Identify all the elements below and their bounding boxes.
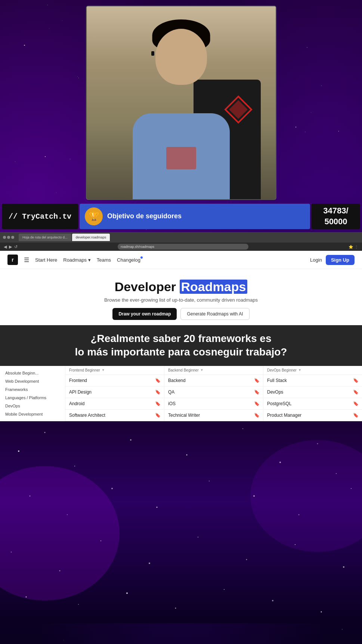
target-count: 50000 — [323, 216, 348, 227]
filter-frameworks[interactable]: Frameworks — [0, 385, 65, 394]
nav-links: Start Here Roadmaps ▾ Teams Changelog — [35, 257, 304, 263]
brand-badge: // TryCatch.tv — [2, 204, 78, 229]
svg-point-21 — [11, 552, 12, 552]
signup-button[interactable]: Sign Up — [326, 255, 355, 265]
svg-point-32 — [175, 607, 176, 608]
browser-tabs: Hoja de ruta del arquitecto d... develop… — [19, 234, 110, 241]
site-nav: r ☰ Start Here Roadmaps ▾ Teams Changelo… — [0, 251, 362, 269]
bookmark-icon[interactable]: 🔖 — [353, 401, 358, 407]
follower-label: Objetivo de seguidores — [107, 212, 182, 221]
svg-point-35 — [321, 611, 322, 612]
svg-point-13 — [111, 488, 113, 489]
roadmap-item-software-architect[interactable]: Software Architect 🔖 — [65, 410, 164, 421]
brand-text: // TryCatch.tv — [9, 212, 71, 221]
sidebar-filters: Absolute Beginn... Web Development Frame… — [0, 366, 65, 421]
svg-point-31 — [126, 592, 128, 594]
nav-teams[interactable]: Teams — [97, 257, 111, 263]
svg-point-6 — [186, 454, 188, 455]
filter-languages[interactable]: Languages / Platforms — [0, 394, 65, 402]
svg-point-4 — [74, 466, 75, 466]
svg-point-29 — [26, 596, 27, 597]
bookmark-icon[interactable]: 🔖 — [254, 378, 259, 383]
svg-point-19 — [0, 466, 120, 601]
nav-actions: Login Sign Up — [310, 255, 355, 265]
window-dot — [3, 236, 6, 239]
overlay-question: ¿Realmente saber 20 frameworks eslo más … — [0, 325, 362, 366]
draw-roadmap-button[interactable]: Draw your own roadmap — [112, 308, 177, 320]
roadmap-item-product-manager[interactable]: Product Manager 🔖 — [263, 410, 362, 421]
filter-devops[interactable]: DevOps — [0, 402, 65, 410]
hero-section: Developer Roadmaps Browse the ever-growi… — [0, 269, 362, 325]
bookmark-icon[interactable]: 🔖 — [353, 389, 358, 395]
filter-mobile[interactable]: Mobile Development — [0, 410, 65, 418]
roadmap-item[interactable]: Frontend 🔖 — [65, 375, 164, 386]
login-button[interactable]: Login — [310, 257, 322, 263]
roadmap-item[interactable]: iOS 🔖 — [164, 398, 263, 410]
svg-point-7 — [242, 428, 243, 429]
roadmap-col-2: Backend 🔖 QA 🔖 iOS 🔖 — [164, 375, 263, 421]
follower-count: 34783/ 50000 — [312, 204, 360, 229]
svg-point-5 — [130, 439, 132, 441]
browser-bar: Hoja de ruta del arquitecto d... develop… — [0, 232, 362, 243]
bookmark-icon[interactable]: 🔖 — [155, 378, 160, 383]
bookmark-icon[interactable]: 🔖 — [353, 412, 358, 418]
nav-roadmaps[interactable]: Roadmaps ▾ — [63, 257, 91, 263]
browser-window: Hoja de ruta del arquitecto d... develop… — [0, 232, 362, 421]
bookmark-icon[interactable]: 🔖 — [353, 378, 358, 383]
roadmap-item[interactable]: API Design 🔖 — [65, 386, 164, 398]
filter-web-dev[interactable]: Web Development — [0, 377, 65, 385]
roadmap-item[interactable]: PostgreSQL 🔖 — [263, 398, 362, 410]
roadmap-col-1: Frontend 🔖 API Design 🔖 Android 🔖 — [65, 375, 164, 421]
roadmap-item[interactable]: Full Stack 🔖 — [263, 375, 362, 386]
browser-tab-1[interactable]: Hoja de ruta del arquitecto d... — [19, 234, 71, 241]
svg-point-3 — [44, 432, 46, 433]
roadmap-item[interactable]: Backend 🔖 — [164, 375, 263, 386]
svg-point-26 — [246, 559, 247, 560]
bookmark-icon[interactable]: 🔖 — [155, 412, 160, 418]
site-logo[interactable]: r — [7, 255, 18, 265]
follower-goal: 🏆 Objetivo de seguidores — [80, 204, 310, 229]
url-text: roadmap.sh/roadmaps — [121, 245, 154, 249]
roadmap-item[interactable]: QA 🔖 — [164, 386, 263, 398]
roadmap-header-row: Frontend Beginner ▼ Backend Beginner ▼ D… — [65, 366, 362, 375]
filter-absolute-beginner[interactable]: Absolute Beginn... — [0, 369, 65, 377]
svg-point-15 — [209, 481, 210, 481]
trophy-icon: 🏆 — [89, 212, 99, 221]
svg-point-25 — [198, 537, 198, 537]
svg-point-28 — [343, 566, 344, 568]
bookmark-icon[interactable]: 🔖 — [155, 401, 160, 407]
col-header-backend: Backend Beginner ▼ — [164, 366, 263, 375]
hero-subtitle: Browse the ever-growing list of up-to-da… — [7, 297, 355, 303]
roadmap-items-row: Frontend 🔖 API Design 🔖 Android 🔖 — [65, 375, 362, 421]
browser-tab-2[interactable]: developer.roadmaps — [72, 234, 110, 241]
svg-point-34 — [272, 600, 273, 601]
browser-address-bar: ◀ ▶ ↺ roadmap.sh/roadmaps ⭐ ⋮ — [0, 243, 362, 251]
roadmap-item[interactable]: DevOps 🔖 — [263, 386, 362, 398]
roadmap-col-3: Full Stack 🔖 DevOps 🔖 PostgreSQL 🔖 — [263, 375, 362, 421]
webcam-frame — [86, 6, 276, 200]
website-content: r ☰ Start Here Roadmaps ▾ Teams Changelo… — [0, 251, 362, 421]
window-dot — [7, 236, 10, 239]
hamburger-menu[interactable]: ☰ — [24, 256, 29, 264]
svg-point-22 — [59, 570, 61, 571]
svg-point-33 — [224, 589, 225, 590]
nav-start-here[interactable]: Start Here — [35, 257, 57, 263]
svg-point-2 — [18, 450, 19, 452]
url-bar[interactable]: roadmap.sh/roadmaps — [118, 244, 248, 250]
generate-roadmap-button[interactable]: Generate Roadmaps with AI — [180, 308, 249, 320]
svg-point-23 — [100, 540, 101, 541]
bottom-section — [0, 421, 362, 623]
current-count: 34783/ — [323, 206, 348, 216]
bookmark-icon[interactable]: 🔖 — [254, 401, 259, 407]
hero-buttons: Draw your own roadmap Generate Roadmaps … — [7, 308, 355, 320]
bookmark-icon[interactable]: 🔖 — [155, 389, 160, 395]
svg-point-24 — [149, 563, 150, 564]
roadmap-item[interactable]: Android 🔖 — [65, 398, 164, 410]
overlay-bar: // TryCatch.tv 🏆 Objetivo de seguidores … — [0, 204, 362, 229]
bookmark-icon[interactable]: 🔖 — [254, 389, 259, 395]
bookmark-icon[interactable]: 🔖 — [254, 412, 259, 418]
nav-changelog[interactable]: Changelog — [117, 257, 140, 263]
hero-title-highlight: Roadmaps — [180, 280, 248, 294]
window-dot — [11, 236, 14, 239]
roadmap-item-technical-writer[interactable]: Technical Writer 🔖 — [164, 410, 263, 421]
